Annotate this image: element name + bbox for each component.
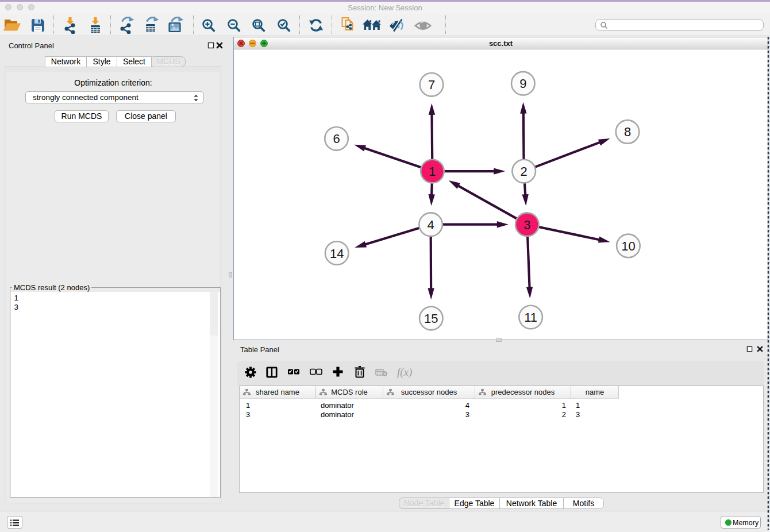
svg-text:15: 15 xyxy=(424,311,438,326)
svg-text:9: 9 xyxy=(519,76,526,91)
svg-text:4: 4 xyxy=(427,218,434,232)
svg-text:8: 8 xyxy=(624,125,631,139)
svg-text:10: 10 xyxy=(621,239,635,253)
svg-text:1: 1 xyxy=(429,164,436,179)
svg-text:2: 2 xyxy=(521,164,528,179)
svg-text:3: 3 xyxy=(523,218,530,232)
svg-text:f(x): f(x) xyxy=(397,366,412,379)
svg-text:6: 6 xyxy=(333,132,340,146)
svg-text:11: 11 xyxy=(524,310,537,325)
svg-text:7: 7 xyxy=(428,78,435,92)
svg-text:14: 14 xyxy=(330,246,344,261)
